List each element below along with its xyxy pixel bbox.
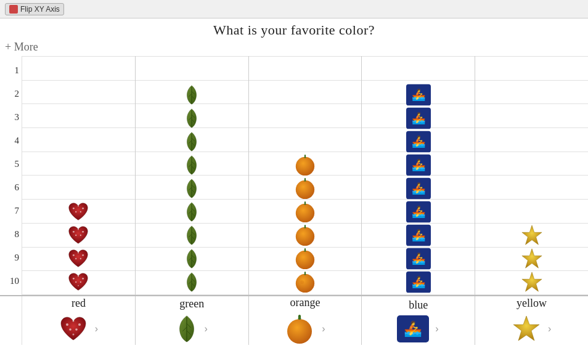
bar-item-green-8: [177, 107, 206, 130]
svg-point-14: [75, 235, 76, 236]
leaf-icon: [183, 225, 200, 246]
svg-point-4: [80, 281, 81, 283]
svg-point-6: [73, 254, 75, 256]
svg-marker-84: [521, 225, 541, 245]
bar-item-blue-3: 🚣: [404, 224, 433, 247]
y-label-5: 5: [5, 152, 19, 176]
svg-point-20: [80, 211, 81, 212]
leaf-icon: [183, 131, 200, 152]
bar-item-red-1: [63, 270, 93, 294]
svg-text:🚣: 🚣: [411, 182, 425, 195]
svg-point-85: [66, 323, 68, 326]
svg-point-9: [75, 258, 76, 259]
col-icon-row-red: ›: [58, 313, 99, 344]
label-col-orange: orange ›: [249, 296, 362, 345]
heart-icon: [67, 247, 90, 270]
svg-point-58: [300, 280, 304, 284]
flip-xy-label: Flip XY Axis: [20, 5, 60, 14]
yellow-arrow-button[interactable]: ›: [547, 322, 552, 336]
bar-item-green-7: [177, 130, 206, 153]
label-col-blue: blue 🚣 ›: [362, 296, 475, 345]
kayak-icon: 🚣: [406, 84, 431, 106]
kayak-icon: 🚣: [406, 131, 431, 153]
leaf-icon: [183, 272, 200, 293]
orange-icon: [293, 270, 317, 294]
bar-item-orange-3: [290, 224, 320, 247]
more-link[interactable]: + More: [0, 39, 588, 56]
y-axis-bottom-spacer: [0, 296, 22, 345]
orange-arrow-button[interactable]: ›: [321, 322, 326, 336]
orange-icon-bottom-orange: [284, 313, 316, 345]
bar-item-orange-5: [290, 177, 320, 200]
heart-icon: [67, 200, 90, 224]
svg-text:🚣: 🚣: [404, 320, 422, 338]
kayak-icon: 🚣: [406, 248, 431, 270]
svg-point-62: [296, 180, 314, 199]
bar-item-red-2: [63, 247, 93, 270]
blue-arrow-button[interactable]: ›: [434, 322, 439, 336]
svg-point-15: [80, 235, 81, 236]
bar-column-blue: 🚣 🚣 🚣: [362, 56, 475, 295]
columns-overlay: 🚣 🚣 🚣: [22, 56, 588, 295]
kayak-icon: 🚣: [406, 107, 431, 129]
bar-item-green-5: [177, 177, 206, 200]
svg-point-17: [78, 206, 79, 207]
svg-point-0: [73, 278, 75, 280]
svg-point-13: [83, 231, 84, 233]
red-arrow-button[interactable]: ›: [94, 322, 99, 336]
y-axis: 10 9 8 7 6 5 4 3 2 1: [0, 56, 22, 295]
svg-point-61: [296, 204, 314, 222]
kayak-icon: 🚣: [406, 177, 431, 200]
svg-marker-82: [521, 272, 541, 291]
star-icon: [520, 247, 544, 270]
col-label-blue: blue: [409, 299, 428, 312]
leaf-icon: [183, 155, 200, 176]
svg-point-95: [287, 319, 312, 344]
y-label-8: 8: [5, 222, 19, 246]
col-icon-row-green: ›: [175, 314, 209, 344]
svg-marker-83: [521, 249, 541, 268]
green-arrow-button[interactable]: ›: [203, 322, 209, 336]
heart-icon: [67, 224, 90, 247]
svg-point-5: [78, 285, 79, 286]
bar-item-green-2: [177, 247, 206, 270]
bar-item-green-9: [177, 83, 206, 107]
y-label-2: 2: [5, 82, 19, 105]
bottom-labels: red › green ›: [0, 295, 588, 345]
svg-point-10: [80, 258, 81, 259]
heart-icon-bottom-red: [58, 313, 89, 344]
col-label-orange: orange: [290, 296, 321, 309]
svg-text:🚣: 🚣: [411, 205, 425, 219]
svg-text:🚣: 🚣: [411, 88, 425, 102]
kayak-icon: 🚣: [406, 201, 431, 223]
kayak-icon-bottom-blue: 🚣: [397, 315, 429, 342]
kayak-icon: 🚣: [406, 271, 431, 293]
y-label-10: 10: [5, 269, 19, 293]
svg-text:🚣: 🚣: [411, 229, 425, 242]
svg-point-89: [75, 328, 78, 331]
bar-item-blue-5: 🚣: [404, 177, 433, 200]
col-icon-row-yellow: ›: [511, 313, 552, 344]
heart-icon: [67, 270, 90, 294]
grid-area: 🚣 🚣 🚣: [22, 56, 588, 295]
leaf-icon-bottom-green: [175, 314, 198, 344]
bar-column-green: [136, 56, 249, 295]
bar-column-red: [22, 56, 136, 295]
y-label-7: 7: [5, 199, 19, 222]
bar-item-yellow-2: [517, 247, 547, 270]
y-label-3: 3: [5, 105, 19, 129]
label-col-green: green ›: [136, 296, 249, 345]
bar-item-orange-2: [290, 247, 320, 270]
y-label-6: 6: [5, 176, 19, 199]
svg-point-63: [296, 157, 314, 176]
bar-column-orange: [249, 56, 362, 295]
label-col-yellow: yellow ›: [475, 296, 588, 345]
flip-xy-button[interactable]: Flip XY Axis: [5, 3, 64, 15]
svg-point-1: [78, 276, 79, 277]
y-label-4: 4: [5, 129, 19, 152]
col-label-yellow: yellow: [517, 297, 547, 310]
bar-item-yellow-3: [517, 224, 547, 247]
y-label-1: 1: [5, 59, 19, 82]
bar-item-blue-7: 🚣: [404, 130, 433, 153]
svg-point-88: [69, 328, 71, 331]
